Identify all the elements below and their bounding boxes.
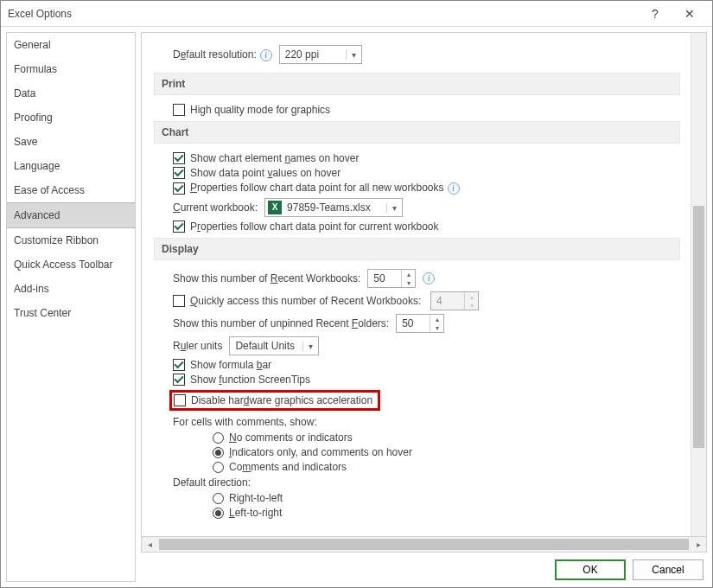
- chk-high-quality-graphics[interactable]: High quality mode for graphics: [173, 104, 680, 116]
- scroll-right-icon[interactable]: ▸: [691, 537, 706, 552]
- recent-workbooks-label: Show this number of Recent Workbooks:: [173, 272, 360, 284]
- chk-chart-element-names[interactable]: Show chart element names on hover: [173, 152, 680, 164]
- info-icon[interactable]: i: [423, 272, 435, 284]
- sidebar-item-advanced[interactable]: Advanced: [7, 202, 135, 228]
- cancel-button[interactable]: Cancel: [633, 559, 703, 580]
- chk-function-screentips[interactable]: Show function ScreenTips: [173, 374, 680, 386]
- sidebar-item-proofing[interactable]: Proofing: [7, 105, 135, 130]
- vertical-scrollbar[interactable]: [691, 33, 706, 536]
- sidebar-item-trust-center[interactable]: Trust Center: [7, 301, 135, 325]
- sidebar-item-data[interactable]: Data: [7, 81, 135, 105]
- info-icon[interactable]: i: [448, 182, 460, 195]
- window-title: Excel Options: [8, 8, 638, 20]
- default-resolution-label: Default resolution:i: [173, 48, 272, 61]
- chk-props-all-workbooks[interactable]: Properties follow chart data point for a…: [173, 182, 680, 195]
- sidebar-item-customize-ribbon[interactable]: Customize Ribbon: [7, 228, 135, 252]
- titlebar: Excel Options ? ✕: [1, 1, 712, 27]
- category-sidebar: General Formulas Data Proofing Save Lang…: [6, 32, 136, 582]
- rad-ltr[interactable]: Left-to-right: [213, 507, 680, 519]
- chk-data-point-values[interactable]: Show data point values on hover: [173, 167, 680, 179]
- options-content: Default resolution:i 220 ppi ▾ Print Hig…: [141, 32, 707, 537]
- section-print: Print: [154, 73, 680, 95]
- close-button[interactable]: ✕: [672, 7, 707, 21]
- ruler-units-combo[interactable]: Default Units ▾: [229, 336, 319, 355]
- recent-workbooks-spin[interactable]: 50 ▴▾: [367, 269, 416, 288]
- default-resolution-combo[interactable]: 220 ppi ▾: [279, 45, 362, 64]
- chk-props-current-workbook[interactable]: Properties follow chart data point for c…: [173, 220, 680, 233]
- chk-formula-bar[interactable]: Show formula bar: [173, 359, 680, 371]
- rad-indicators-only[interactable]: Indicators only, and comments on hover: [213, 446, 680, 458]
- recent-folders-label: Show this number of unpinned Recent Fold…: [173, 317, 389, 329]
- section-chart: Chart: [154, 121, 680, 144]
- current-workbook-label: Current workbook:: [173, 201, 258, 214]
- recent-folders-spin[interactable]: 50 ▴▾: [396, 314, 444, 333]
- chevron-down-icon: ▾: [386, 203, 402, 213]
- sidebar-item-save[interactable]: Save: [7, 130, 135, 154]
- comments-show-label: For cells with comments, show:: [173, 416, 680, 428]
- sidebar-item-ease-of-access[interactable]: Ease of Access: [7, 178, 135, 202]
- sidebar-item-language[interactable]: Language: [7, 154, 135, 178]
- sidebar-item-add-ins[interactable]: Add-ins: [7, 277, 135, 301]
- chk-quick-access-recent[interactable]: Quickly access this number of Recent Wor…: [173, 291, 680, 310]
- hw-accel-highlight: Disable hardware graphics acceleration: [169, 390, 380, 411]
- ok-button[interactable]: OK: [555, 559, 626, 580]
- scroll-left-icon[interactable]: ◂: [142, 537, 157, 552]
- sidebar-item-general[interactable]: General: [7, 33, 135, 57]
- sidebar-item-formulas[interactable]: Formulas: [7, 57, 135, 81]
- chk-disable-hw-accel[interactable]: Disable hardware graphics acceleration: [174, 394, 372, 406]
- quick-access-count-spin: 4 ▴▾: [430, 291, 479, 310]
- rad-no-comments[interactable]: No comments or indicators: [213, 431, 680, 444]
- scroll-thumb[interactable]: [159, 539, 689, 550]
- help-button[interactable]: ?: [638, 7, 672, 21]
- default-direction-label: Default direction:: [173, 476, 680, 489]
- excel-icon: X: [268, 201, 282, 214]
- scroll-thumb[interactable]: [693, 206, 704, 448]
- rad-comments-and-indicators[interactable]: Comments and indicators: [213, 461, 680, 473]
- current-workbook-combo[interactable]: X 97859-Teams.xlsx ▾: [264, 198, 403, 217]
- sidebar-item-quick-access-toolbar[interactable]: Quick Access Toolbar: [7, 252, 135, 277]
- chevron-down-icon: ▾: [302, 342, 318, 351]
- chevron-down-icon: ▾: [346, 50, 361, 60]
- horizontal-scrollbar[interactable]: ◂ ▸: [141, 537, 707, 553]
- rad-rtl[interactable]: Right-to-left: [213, 492, 680, 504]
- excel-options-dialog: Excel Options ? ✕ General Formulas Data …: [0, 0, 713, 588]
- ruler-units-label: Ruler units: [173, 340, 222, 352]
- section-display: Display: [154, 238, 680, 260]
- info-icon[interactable]: i: [260, 49, 272, 61]
